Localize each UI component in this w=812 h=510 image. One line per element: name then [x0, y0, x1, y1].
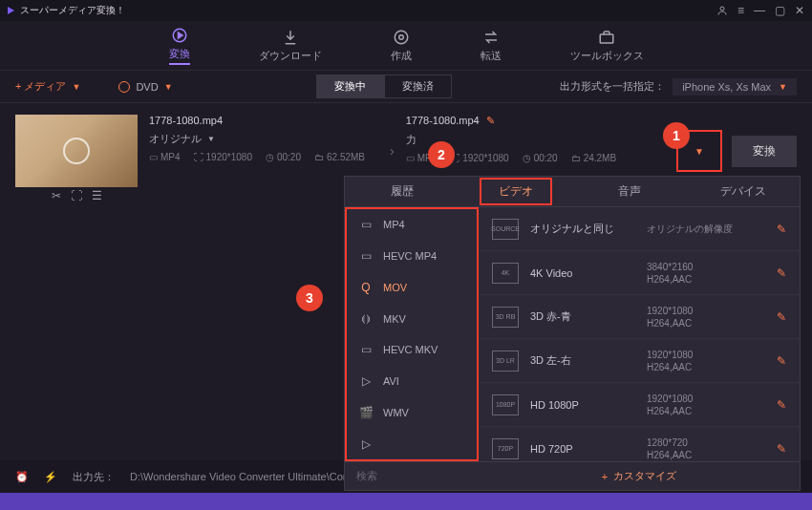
- close-button[interactable]: ✕: [795, 4, 804, 17]
- edit-icon[interactable]: ✎: [777, 398, 786, 412]
- purple-strip: [0, 493, 812, 510]
- menu-icon[interactable]: ≡: [737, 4, 744, 17]
- create-icon: [393, 28, 410, 47]
- source-format: ▭ MP4: [149, 152, 181, 162]
- alarm-icon[interactable]: ⏰: [15, 471, 29, 483]
- crop-icon[interactable]: ⛶: [71, 189, 82, 206]
- gpu-icon[interactable]: ⚡: [44, 471, 57, 483]
- output-format-label: 出力形式を一括指定：: [560, 79, 665, 94]
- format-mp4[interactable]: ▭MP4: [347, 209, 477, 241]
- output-label: 出力先：: [73, 470, 115, 484]
- preset-row[interactable]: SOURCE オリジナルと同じ オリジナルの解像度 ✎: [479, 207, 800, 251]
- dvd-icon: [118, 81, 130, 93]
- convert-button[interactable]: 変換: [732, 136, 797, 167]
- format-hevc-mkv[interactable]: ▭HEVC MKV: [347, 334, 477, 366]
- source-duration: ◷ 00:20: [266, 152, 301, 162]
- format-hevc-mp4[interactable]: ▭HEVC MP4: [347, 241, 477, 272]
- format-avi[interactable]: ▷AVI: [347, 366, 477, 397]
- output-size: 🗀 24.2MB: [571, 153, 616, 163]
- caret-down-icon: ▼: [694, 146, 704, 157]
- plus-icon: +: [602, 471, 608, 482]
- nav-toolbox[interactable]: ツールボックス: [559, 24, 655, 67]
- svg-point-2: [395, 31, 408, 44]
- chevron-down-icon[interactable]: ▼: [207, 135, 215, 143]
- preset-row[interactable]: 1080P HD 1080P 1920*1080H264,AAC ✎: [479, 383, 800, 427]
- convert-icon: [171, 26, 188, 45]
- edit-icon[interactable]: ✎: [777, 442, 786, 456]
- chevron-down-icon: ▼: [164, 82, 173, 92]
- nav-create[interactable]: 作成: [379, 24, 423, 67]
- panel-tab-history[interactable]: 履歴: [345, 177, 459, 206]
- toolbox-icon: [598, 28, 615, 47]
- preset-icon: 720P: [492, 438, 519, 459]
- preset-row[interactable]: 3D LR 3D 左-右 1920*1080H264,AAC ✎: [479, 339, 800, 383]
- quicktime-icon: Q: [358, 282, 374, 293]
- tab-converting[interactable]: 変換中: [316, 74, 384, 98]
- preset-icon: 3D LR: [492, 351, 519, 372]
- preset-icon: 4K: [492, 263, 519, 284]
- format-mov[interactable]: QMOV: [347, 272, 477, 304]
- film-icon: ▭: [358, 219, 374, 230]
- maximize-button[interactable]: ▢: [775, 4, 785, 17]
- minimize-button[interactable]: —: [754, 4, 765, 17]
- film-icon: ▭: [358, 344, 374, 355]
- source-subtitle: オリジナル ▼: [149, 132, 378, 146]
- effects-icon[interactable]: ☰: [92, 189, 102, 206]
- preset-icon: 1080P: [492, 394, 519, 415]
- play-icon: ▷: [358, 375, 374, 387]
- user-icon[interactable]: [716, 5, 728, 16]
- chevron-down-icon: ▼: [779, 82, 787, 92]
- add-media-button[interactable]: + メディア ▼: [15, 79, 80, 94]
- preset-row[interactable]: 3D RB 3D 赤-青 1920*1080H264,AAC ✎: [479, 295, 800, 339]
- preset-icon: SOURCE: [492, 219, 519, 240]
- output-format-select[interactable]: iPhone Xs, Xs Max ▼: [673, 78, 797, 96]
- edit-icon[interactable]: ✎: [777, 223, 786, 236]
- source-size: 🗀 62.52MB: [314, 152, 365, 162]
- format-list: ▭MP4 ▭HEVC MP4 QMOV ⟬⟭MKV ▭HEVC MKV ▷AVI…: [345, 207, 479, 461]
- callout-1: 1: [663, 122, 690, 149]
- chevron-down-icon: ▼: [72, 82, 80, 92]
- format-wmv[interactable]: 🎬WMV: [347, 397, 477, 429]
- source-filename: 1778-1080.mp4: [149, 115, 378, 126]
- svg-point-3: [398, 35, 403, 40]
- output-path[interactable]: D:\Wondershare Video Converter Ultimate\…: [130, 471, 349, 482]
- preset-list: SOURCE オリジナルと同じ オリジナルの解像度 ✎ 4K 4K Video …: [479, 207, 800, 461]
- edit-icon[interactable]: ✎: [777, 354, 786, 368]
- film-icon: ⟬⟭: [358, 313, 374, 325]
- clapper-icon: 🎬: [358, 407, 374, 418]
- download-icon: [282, 28, 299, 47]
- tab-converted[interactable]: 変換済: [384, 74, 452, 98]
- customize-button[interactable]: + カスタマイズ: [479, 469, 800, 483]
- panel-tab-video[interactable]: ビデオ: [459, 177, 572, 206]
- video-thumbnail[interactable]: [15, 115, 138, 187]
- output-resolution: ⛶ 1920*1080: [450, 153, 508, 163]
- dvd-button[interactable]: DVD ▼: [118, 81, 172, 93]
- output-filename: 1778-1080.mp4 ✎: [406, 115, 645, 127]
- format-more[interactable]: ▷: [347, 428, 477, 459]
- preset-row[interactable]: 4K 4K Video 3840*2160H264,AAC ✎: [479, 251, 800, 295]
- edit-icon[interactable]: ✎: [777, 310, 786, 324]
- panel-tab-audio[interactable]: 音声: [572, 177, 686, 206]
- panel-tab-device[interactable]: デバイス: [686, 177, 800, 206]
- edit-icon[interactable]: ✎: [777, 266, 786, 280]
- source-resolution: ⛶ 1920*1080: [194, 152, 252, 162]
- nav-convert[interactable]: 変換: [158, 22, 202, 69]
- preset-row[interactable]: 720P HD 720P 1280*720H264,AAC ✎: [479, 427, 800, 461]
- output-duration: ◷ 00:20: [523, 153, 558, 163]
- nav-download[interactable]: ダウンロード: [247, 24, 333, 67]
- preset-icon: 3D RB: [492, 307, 519, 328]
- app-title: スーパーメディア変換！: [20, 4, 125, 17]
- app-logo-icon: [8, 7, 14, 14]
- format-mkv[interactable]: ⟬⟭MKV: [347, 303, 477, 334]
- svg-point-0: [720, 7, 724, 11]
- search-input[interactable]: 検索: [345, 469, 479, 483]
- callout-2: 2: [428, 141, 455, 168]
- format-panel: 履歴 ビデオ 音声 デバイス ▭MP4 ▭HEVC MP4 QMOV ⟬⟭MKV…: [344, 176, 801, 491]
- svg-rect-4: [600, 34, 613, 43]
- nav-transfer[interactable]: 転送: [469, 24, 513, 67]
- film-icon: ▭: [358, 250, 374, 262]
- transfer-icon: [482, 28, 500, 47]
- edit-icon[interactable]: ✎: [486, 115, 495, 126]
- trim-icon[interactable]: ✂: [52, 189, 61, 206]
- titlebar: スーパーメディア変換！ ≡ — ▢ ✕: [0, 0, 812, 21]
